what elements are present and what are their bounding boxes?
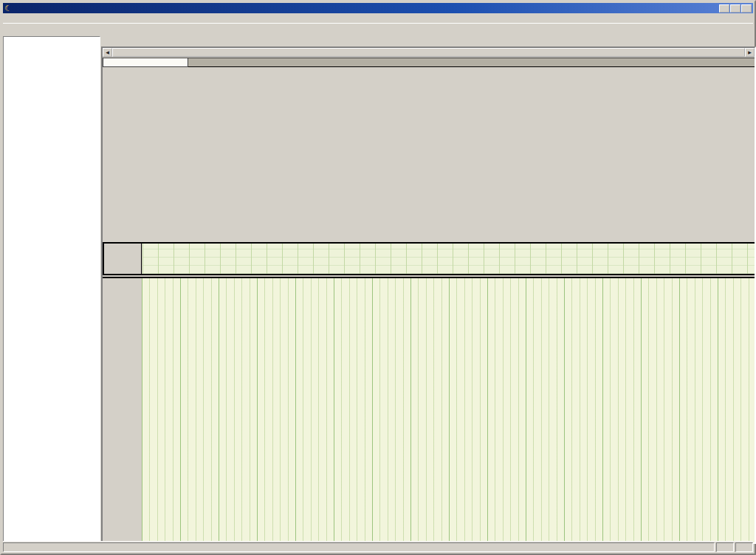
scroll-right-icon[interactable]: ▶ xyxy=(745,48,755,57)
content-inner: ◀ ▶ xyxy=(103,48,755,542)
ecg-plot[interactable] xyxy=(142,244,755,274)
signal-tree xyxy=(3,36,100,544)
tab-bar xyxy=(101,34,756,46)
scroll-thumb[interactable] xyxy=(112,48,745,57)
status-text xyxy=(3,542,715,552)
waveform-channel-labels xyxy=(103,278,142,542)
time-axis-label xyxy=(103,58,188,67)
ecg-channel-label xyxy=(104,244,142,274)
close-button[interactable] xyxy=(741,4,752,13)
content-frame: ◀ ▶ xyxy=(101,46,756,544)
minimize-button[interactable] xyxy=(719,4,729,13)
trend-scrollbar[interactable]: ◀ ▶ xyxy=(103,48,755,58)
app-window: ☾ ◀ ▶ xyxy=(0,0,756,555)
status-bar xyxy=(3,541,753,552)
waveform-panel xyxy=(103,277,755,542)
scroll-left-icon[interactable]: ◀ xyxy=(103,48,112,57)
time-header xyxy=(103,58,755,67)
time-tick-strip xyxy=(188,58,755,67)
maximize-button[interactable] xyxy=(730,4,740,13)
waveform-plot[interactable] xyxy=(142,278,755,542)
num-lock-indicator xyxy=(716,542,734,552)
menu-bar xyxy=(3,13,753,23)
title-bar: ☾ xyxy=(3,3,753,13)
ecg-strip xyxy=(103,242,755,275)
app-icon: ☾ xyxy=(4,4,12,12)
status-cell-empty xyxy=(735,542,753,552)
